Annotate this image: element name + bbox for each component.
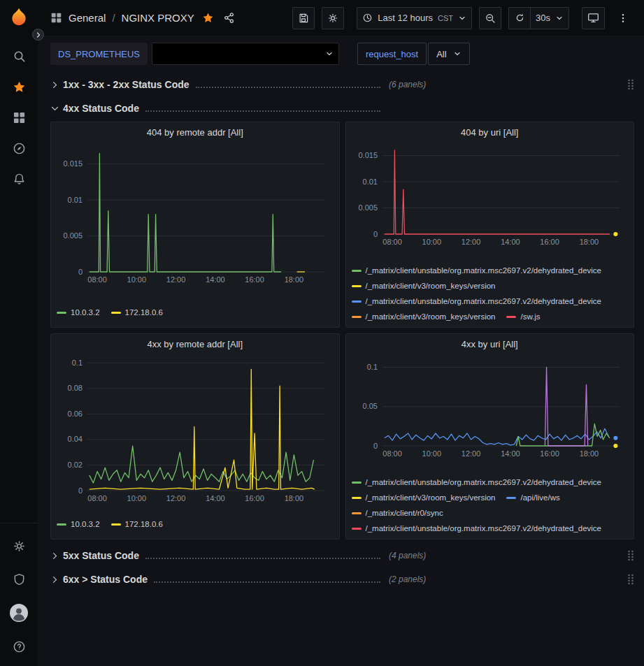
row-dotted-leader xyxy=(196,87,380,88)
sidebar-item-configuration[interactable] xyxy=(5,532,33,560)
star-filled-icon xyxy=(202,12,214,24)
svg-text:0.1: 0.1 xyxy=(366,363,377,371)
zoom-out-time-button[interactable] xyxy=(479,7,501,29)
panel-title[interactable]: 404 by remote addr [All] xyxy=(57,127,334,138)
chart-4xx-by-remote-addr: 00.020.040.060.080.108:0010:0012:0014:00… xyxy=(57,354,333,503)
svg-text:16:00: 16:00 xyxy=(245,494,265,502)
legend-item[interactable]: /_matrix/client/unstable/org.matrix.msc2… xyxy=(352,266,602,275)
request-host-select[interactable]: All xyxy=(428,43,469,65)
sidebar xyxy=(0,0,38,666)
chevron-down-icon xyxy=(555,14,564,22)
legend-item[interactable]: /api/live/ws xyxy=(506,493,559,502)
refresh-interval-picker[interactable]: 30s xyxy=(531,7,569,29)
legend-item[interactable]: 172.18.0.6 xyxy=(111,520,163,528)
row-drag-handle[interactable] xyxy=(627,79,634,90)
breadcrumb-folder[interactable]: General xyxy=(69,12,106,24)
chevron-right-icon xyxy=(50,575,63,584)
chart-404-by-remote-addr: 00.0050.010.01508:0010:0012:0014:0016:00… xyxy=(57,142,333,284)
chevron-down-icon xyxy=(50,104,63,113)
sidebar-top-nav xyxy=(5,39,33,196)
sidebar-item-profile[interactable] xyxy=(5,599,33,627)
legend-item[interactable]: /_matrix/client/v3/room_keys/version xyxy=(352,312,496,321)
row-title: 6xx > Status Code xyxy=(63,574,148,585)
dashboard-settings-button[interactable] xyxy=(322,7,344,29)
svg-text:0.015: 0.015 xyxy=(64,159,83,168)
row-header-6xx[interactable]: 6xx > Status Code (2 panels) xyxy=(50,569,634,590)
kebab-menu-icon xyxy=(617,13,629,24)
more-options-button[interactable] xyxy=(612,7,634,29)
panel-title[interactable]: 4xx by uri [All] xyxy=(352,339,629,349)
row-drag-handle[interactable] xyxy=(627,550,634,561)
share-dashboard-button[interactable] xyxy=(222,12,236,24)
svg-text:16:00: 16:00 xyxy=(540,449,559,458)
sidebar-item-dashboards[interactable] xyxy=(5,103,33,131)
legend-item[interactable]: /_matrix/client/v3/room_keys/version xyxy=(352,493,496,502)
request-host-label[interactable]: request_host xyxy=(357,43,427,65)
legend-item[interactable]: 10.0.3.2 xyxy=(57,520,100,528)
legend-item[interactable]: /_matrix/client/unstable/org.matrix.msc2… xyxy=(352,478,602,486)
timezone-label: CST xyxy=(438,14,453,22)
legend-item[interactable]: /_matrix/client/unstable/org.matrix.msc2… xyxy=(352,297,602,305)
grafana-logo[interactable] xyxy=(8,7,29,31)
svg-text:0.015: 0.015 xyxy=(358,151,378,159)
sidebar-expand-button[interactable] xyxy=(32,29,44,41)
svg-text:0.02: 0.02 xyxy=(68,461,83,469)
refresh-icon xyxy=(515,13,525,23)
chart-legend: 10.0.3.2172.18.0.6 xyxy=(57,305,334,321)
gear-icon xyxy=(13,540,26,553)
panel-4xx-by-remote-addr: 4xx by remote addr [All] 00.020.040.060.… xyxy=(50,333,340,540)
row-header-5xx[interactable]: 5xx Status Code (4 panels) xyxy=(50,545,634,566)
save-icon xyxy=(298,13,309,24)
row-title: 4xx Status Code xyxy=(63,103,139,114)
row-drag-handle[interactable] xyxy=(627,574,634,585)
save-dashboard-button[interactable] xyxy=(292,7,315,29)
svg-text:12:00: 12:00 xyxy=(461,238,481,246)
row-panel-count: (2 panels) xyxy=(389,574,426,584)
row-header-1xx-3xx-2xx[interactable]: 1xx - 3xx - 2xx Status Code (6 panels) xyxy=(50,74,634,95)
sidebar-item-search[interactable] xyxy=(5,42,33,70)
svg-text:0: 0 xyxy=(373,442,378,450)
legend-item[interactable]: /sw.js xyxy=(506,312,540,321)
cycle-view-mode-button[interactable] xyxy=(582,7,605,29)
sidebar-item-starred[interactable] xyxy=(5,73,33,101)
sidebar-item-server-admin[interactable] xyxy=(5,565,33,593)
svg-text:14:00: 14:00 xyxy=(206,275,225,284)
panel-title[interactable]: 4xx by remote addr [All] xyxy=(57,339,334,349)
sidebar-item-alerting[interactable] xyxy=(5,165,33,193)
row-header-4xx[interactable]: 4xx Status Code xyxy=(50,98,634,119)
legend-item[interactable]: 172.18.0.6 xyxy=(111,308,163,317)
panel-404-by-uri: 404 by uri [All] 00.0050.010.01508:0010:… xyxy=(345,122,635,328)
breadcrumb: General / NGINX PROXY xyxy=(50,12,236,24)
favorite-star-button[interactable] xyxy=(201,12,215,24)
legend-item[interactable]: /_matrix/client/v3/room_keys/version xyxy=(352,282,496,290)
legend-item[interactable]: 10.0.3.2 xyxy=(57,308,100,317)
datasource-variable-select[interactable] xyxy=(152,43,339,65)
chart-legend: 10.0.3.2172.18.0.6 xyxy=(57,516,334,533)
row-dotted-leader xyxy=(154,581,380,583)
chart-4xx-by-uri: 00.050.108:0010:0012:0014:0016:0018:00 xyxy=(352,354,628,458)
sidebar-item-help[interactable] xyxy=(5,632,33,660)
time-range-label: Last 12 hours xyxy=(378,13,433,23)
svg-text:10:00: 10:00 xyxy=(127,275,147,284)
row-dotted-leader xyxy=(145,110,380,112)
svg-text:12:00: 12:00 xyxy=(461,449,481,458)
datasource-variable-label[interactable]: DS_PROMETHEUS xyxy=(50,43,148,65)
legend-item[interactable]: /_matrix/client/r0/sync xyxy=(352,509,443,517)
legend-item[interactable]: /_matrix/client/unstable/org.matrix.msc2… xyxy=(352,524,602,533)
zoom-out-icon xyxy=(485,13,496,24)
time-range-picker[interactable]: Last 12 hours CST xyxy=(357,7,472,29)
dashboard-title[interactable]: NGINX PROXY xyxy=(122,12,194,24)
sidebar-item-explore[interactable] xyxy=(5,134,33,162)
dashboard-canvas: 1xx - 3xx - 2xx Status Code (6 panels) 4… xyxy=(38,70,644,666)
panel-404-by-remote-addr: 404 by remote addr [All] 00.0050.010.015… xyxy=(50,122,340,328)
row-dotted-leader xyxy=(145,558,380,559)
user-avatar xyxy=(10,604,28,622)
row-title: 1xx - 3xx - 2xx Status Code xyxy=(63,79,189,90)
panel-title[interactable]: 404 by uri [All] xyxy=(352,127,629,138)
monitor-icon xyxy=(587,12,599,24)
refresh-dashboard-button[interactable] xyxy=(508,7,531,29)
svg-text:0.1: 0.1 xyxy=(72,359,83,367)
chevron-down-icon xyxy=(325,50,334,58)
panel-4xx-by-uri: 4xx by uri [All] 00.050.108:0010:0012:00… xyxy=(345,333,635,540)
svg-text:0.01: 0.01 xyxy=(362,178,377,186)
